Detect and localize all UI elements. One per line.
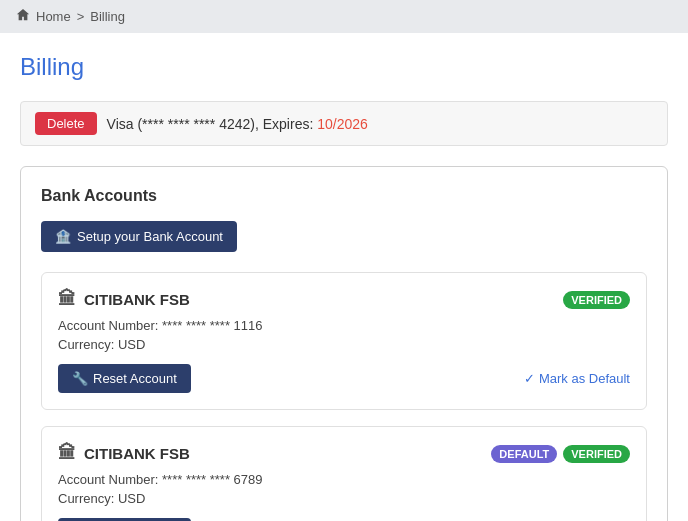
account-number-1: Account Number: **** **** **** 1116	[58, 318, 630, 333]
visa-info: Visa (**** **** **** 4242), Expires: 10/…	[107, 116, 368, 132]
bank-name-row-1: 🏛 CITIBANK FSB	[58, 289, 190, 310]
bank-account-card-1: 🏛 CITIBANK FSB VERIFIED Account Number: …	[41, 272, 647, 410]
bank-building-icon-1: 🏛	[58, 289, 76, 310]
reset-icon-1: 🔧	[72, 371, 88, 386]
reset-label-1: Reset Account	[93, 371, 177, 386]
currency-1: Currency: USD	[58, 337, 630, 352]
bank-accounts-title: Bank Accounts	[41, 187, 647, 205]
visa-card-row: Delete Visa (**** **** **** 4242), Expir…	[20, 101, 668, 146]
bank-card-header-1: 🏛 CITIBANK FSB VERIFIED	[58, 289, 630, 310]
checkmark-icon-1: ✓	[524, 371, 535, 386]
bank-building-icon-2: 🏛	[58, 443, 76, 464]
home-icon	[16, 8, 30, 25]
badge-row-1: VERIFIED	[563, 291, 630, 309]
breadcrumb-bar: Home > Billing	[0, 0, 688, 33]
delete-button[interactable]: Delete	[35, 112, 97, 135]
bank-account-card-2: 🏛 CITIBANK FSB DEFAULT VERIFIED Account …	[41, 426, 647, 521]
bank-accounts-section: Bank Accounts 🏦 Setup your Bank Account …	[20, 166, 668, 521]
setup-bank-button[interactable]: 🏦 Setup your Bank Account	[41, 221, 237, 252]
mark-default-link-1[interactable]: ✓ Mark as Default	[524, 371, 630, 386]
mark-default-text-1: Mark as Default	[539, 371, 630, 386]
bank-icon-small: 🏦	[55, 229, 71, 244]
breadcrumb-home[interactable]: Home	[36, 9, 71, 24]
main-content: Billing Delete Visa (**** **** **** 4242…	[0, 33, 688, 521]
breadcrumb-separator: >	[77, 9, 85, 24]
bank-name-row-2: 🏛 CITIBANK FSB	[58, 443, 190, 464]
verified-badge-2: VERIFIED	[563, 445, 630, 463]
bank-name-1: CITIBANK FSB	[84, 291, 190, 308]
visa-expires: 10/2026	[317, 116, 368, 132]
default-badge-2: DEFAULT	[491, 445, 557, 463]
bank-card-footer-1: 🔧 Reset Account ✓ Mark as Default	[58, 364, 630, 393]
setup-bank-label: Setup your Bank Account	[77, 229, 223, 244]
bank-card-header-2: 🏛 CITIBANK FSB DEFAULT VERIFIED	[58, 443, 630, 464]
breadcrumb-current: Billing	[90, 9, 125, 24]
reset-account-button-1[interactable]: 🔧 Reset Account	[58, 364, 191, 393]
account-number-2: Account Number: **** **** **** 6789	[58, 472, 630, 487]
badge-row-2: DEFAULT VERIFIED	[491, 445, 630, 463]
page-title: Billing	[20, 53, 668, 81]
bank-name-2: CITIBANK FSB	[84, 445, 190, 462]
visa-info-text: Visa (**** **** **** 4242), Expires:	[107, 116, 314, 132]
currency-2: Currency: USD	[58, 491, 630, 506]
verified-badge-1: VERIFIED	[563, 291, 630, 309]
